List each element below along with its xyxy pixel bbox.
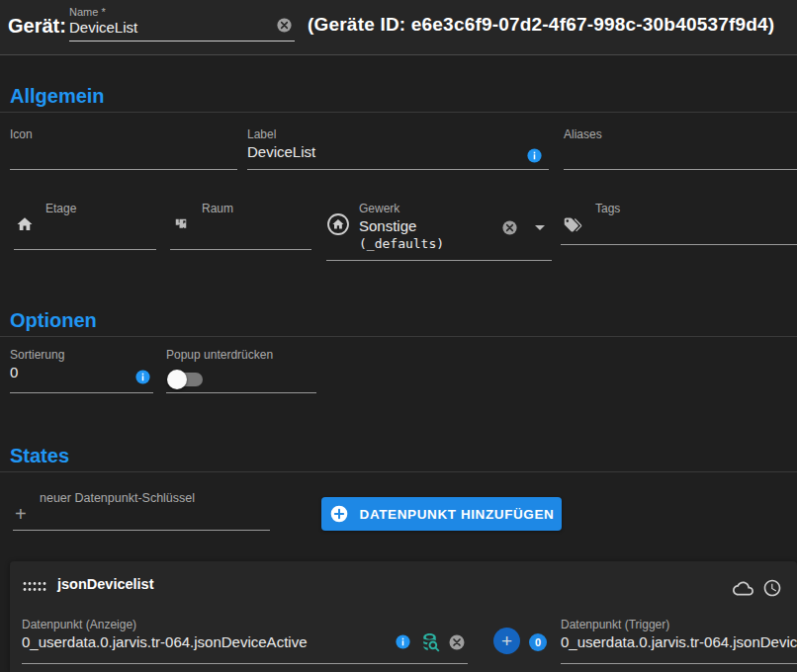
- icon-field-label: Icon: [10, 125, 237, 142]
- tags-field[interactable]: Tags: [561, 199, 797, 245]
- section-divider: [0, 471, 797, 472]
- device-name-value[interactable]: DeviceList: [69, 19, 295, 37]
- clock-icon[interactable]: [762, 578, 782, 598]
- cloud-icon[interactable]: [733, 578, 753, 599]
- datapoint-card: jsonDevicelist Datenpunkt (Anzeige) 0_us…: [10, 561, 797, 672]
- section-title-optionen: Optionen: [10, 309, 97, 332]
- home-circle-icon: [326, 212, 350, 236]
- label-field[interactable]: Label DeviceList: [247, 125, 549, 170]
- datapoint-card-title: jsonDevicelist: [57, 576, 154, 592]
- device-name-label: Name *: [69, 4, 295, 19]
- label-field-label: Label: [247, 125, 549, 142]
- popup-suppress-field: Popup unterdrücken: [166, 345, 316, 393]
- datapoint-trigger-label: Datenpunkt (Trigger): [561, 615, 797, 632]
- sortierung-info-icon[interactable]: [134, 369, 151, 385]
- clear-gewerk-icon[interactable]: [501, 219, 518, 236]
- toggle-thumb[interactable]: [167, 370, 187, 389]
- new-datapoint-key-label: neuer Datenpunkt-Schlüssel: [40, 483, 270, 506]
- datapoint-trigger-field[interactable]: Datenpunkt (Trigger) 0_userdata.0.jarvis…: [561, 615, 797, 664]
- drag-handle-icon[interactable]: [23, 581, 46, 592]
- tags-icon: [563, 214, 583, 235]
- datapoint-trigger-value[interactable]: 0_userdata.0.jarvis.tr-064.jsonDeviceAct…: [561, 632, 797, 651]
- device-id-text: (Geräte ID: e6e3c6f9-07d2-4f67-998c-30b4…: [308, 14, 774, 36]
- trigger-count-badge: 0: [529, 633, 547, 651]
- raum-field-label: Raum: [202, 199, 311, 216]
- fab-plus-icon: +: [501, 631, 512, 650]
- tags-field-label: Tags: [595, 199, 797, 216]
- section-divider: [0, 336, 797, 337]
- popup-suppress-label: Popup unterdrücken: [166, 345, 316, 363]
- gewerk-field-value[interactable]: Sonstige: [359, 216, 552, 235]
- database-search-icon[interactable]: [418, 630, 441, 653]
- etage-field-label: Etage: [45, 199, 156, 216]
- device-settings-page: Gerät: Name * DeviceList (Geräte ID: e6e…: [0, 0, 797, 672]
- section-title-states: States: [10, 445, 69, 467]
- section-title-allgemein: Allgemein: [10, 85, 105, 108]
- add-datapoint-button-label: DATENPUNKT HINZUFÜGEN: [360, 507, 555, 522]
- clear-datapoint-icon[interactable]: [448, 633, 466, 651]
- plus-prefix-icon: +: [15, 504, 27, 524]
- sortierung-field-value[interactable]: 0: [10, 363, 153, 381]
- datapoint-display-actions: [395, 630, 466, 653]
- device-prefix-label: Gerät:: [8, 15, 66, 38]
- label-info-icon[interactable]: [526, 147, 543, 164]
- gewerk-field-label: Gewerk: [359, 199, 552, 216]
- home-icon: [16, 215, 34, 233]
- icon-field[interactable]: Icon: [10, 125, 237, 170]
- gewerk-field-value-default[interactable]: (_defaults): [359, 235, 552, 252]
- etage-field[interactable]: Etage: [14, 199, 156, 250]
- gewerk-field[interactable]: Gewerk Sonstige (_defaults): [326, 199, 552, 261]
- sortierung-field-label: Sortierung: [10, 345, 153, 363]
- clear-name-icon[interactable]: [276, 17, 293, 34]
- section-divider: [0, 112, 797, 113]
- floor-plan-icon: [172, 215, 190, 233]
- raum-field[interactable]: Raum: [170, 199, 311, 250]
- datapoint-info-icon[interactable]: [395, 633, 411, 650]
- sortierung-field[interactable]: Sortierung 0: [10, 345, 153, 393]
- add-datapoint-button[interactable]: DATENPUNKT HINZUFÜGEN: [321, 497, 562, 531]
- new-datapoint-key-field[interactable]: + neuer Datenpunkt-Schlüssel: [13, 483, 270, 531]
- popup-suppress-toggle[interactable]: [169, 373, 203, 386]
- device-header-bar: Gerät: Name * DeviceList (Geräte ID: e6e…: [0, 0, 797, 55]
- datapoint-display-field[interactable]: Datenpunkt (Anzeige) 0_userdata.0.jarvis…: [22, 615, 468, 664]
- aliases-field-label: Aliases: [564, 125, 797, 142]
- label-field-value[interactable]: DeviceList: [247, 142, 549, 161]
- aliases-field[interactable]: Aliases: [564, 125, 797, 170]
- add-circle-icon: [329, 504, 349, 524]
- chevron-down-icon[interactable]: [535, 225, 545, 230]
- device-name-field[interactable]: Name * DeviceList: [69, 4, 295, 42]
- add-trigger-fab[interactable]: +: [493, 628, 520, 654]
